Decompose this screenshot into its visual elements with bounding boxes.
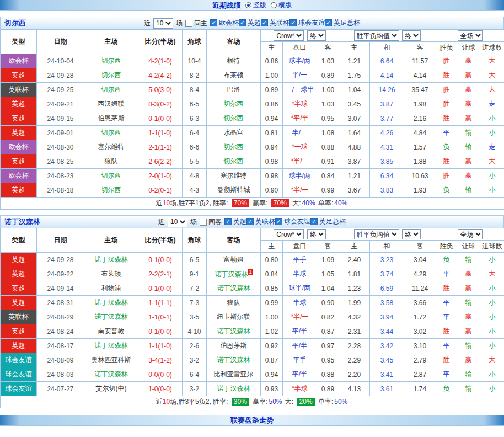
away-team: 诺丁汉森林 (207, 353, 261, 367)
score: 2-2(2-1) (138, 267, 183, 281)
home-team: 塞尔维特 (84, 140, 138, 154)
team-title: 诺丁汉森林 (4, 217, 40, 227)
europe-draw-odds: 3.44 (370, 324, 404, 339)
asia-home-odds: 0.86 (261, 54, 283, 68)
league-filter[interactable]: 英超 (224, 217, 246, 226)
column-header: 客场 (207, 228, 261, 253)
layout-option-horizontal[interactable]: 横版 (271, 1, 292, 10)
europe-home-odds: 3.87 (339, 154, 370, 169)
result-handicap: 赢 (457, 169, 480, 183)
handicap: *一球 (283, 140, 317, 154)
same-venue-filter[interactable]: 同客 (200, 217, 222, 227)
result-scope-select[interactable]: 全场 (458, 30, 483, 41)
corners: 6-3 (183, 111, 207, 126)
summary-part: 40% (302, 199, 315, 207)
europe-draw-odds: 3.41 (370, 367, 404, 382)
league-filter[interactable]: 英足总杯 (310, 217, 346, 226)
handicap: 半/一 (283, 126, 317, 140)
odds-dropdown-cell: Crow* 终 (261, 30, 339, 42)
score: 0-1(0-0) (138, 281, 183, 296)
asia-away-odds: 0.99 (317, 183, 339, 198)
odds-phase-select[interactable]: 终 (307, 30, 326, 41)
result-handicap: 输 (457, 183, 480, 198)
result-goals: 小 (480, 281, 504, 296)
league-filters: 英超英联杯球会友谊英足总杯 (224, 217, 346, 227)
league-filter[interactable]: 英联杯 (261, 18, 289, 28)
asia-home-odds: 0.89 (261, 83, 283, 97)
league-filter-label: 英超 (233, 217, 246, 226)
type-badge: 英超 (1, 126, 37, 140)
type-badge: 欧会杯 (1, 140, 37, 154)
home-team: 布莱顿 (84, 267, 138, 281)
section-header: 诺丁汉森林 近 10 场 同客 英超英联杯球会友谊英足总杯 (0, 215, 504, 228)
score: 3-4(1-2) (138, 353, 183, 367)
result-dropdown-cell: 全场 (436, 228, 504, 241)
checkbox-icon (246, 218, 254, 225)
match-date: 24-08-29 (37, 310, 84, 324)
asia-away-odds: 0.89 (317, 382, 339, 396)
league-filter[interactable]: 英联杯 (246, 217, 275, 226)
europe-company-select[interactable]: 胜平负均值 (354, 30, 399, 41)
games-label: 场 (176, 19, 183, 28)
odds-company-select[interactable]: Crow* (274, 229, 304, 239)
score: 2-1(1-1) (138, 140, 183, 154)
europe-draw-odds: 3.61 (370, 382, 404, 396)
europe-away-odds: 1.74 (404, 382, 436, 396)
match-date: 24-08-31 (37, 296, 84, 310)
match-row: 英超24-09-21西汉姆联0-3(0-2)6-5切尔西0.86*半球1.033… (1, 97, 504, 111)
league-filter[interactable]: 球会友谊 (275, 217, 310, 226)
league-filter[interactable]: 英足总杯 (325, 18, 360, 28)
recent-results-page: 近期战绩 竖版 横版 切尔西 近 10 场 同主 欧会杯英超英联杯球会友谊英足总… (0, 0, 504, 437)
handicap: 平/半 (283, 339, 317, 353)
sub-header: 让球 (457, 241, 480, 253)
result-dropdown-cell: 全场 (436, 30, 504, 42)
match-count-select[interactable]: 10 (153, 18, 173, 29)
games-label: 场 (190, 217, 197, 227)
handicap: *半/一 (283, 310, 317, 324)
summary-part: 10 (163, 199, 170, 207)
europe-phase-select[interactable]: 终 (402, 229, 421, 239)
odds-company-select[interactable]: Crow* (274, 30, 304, 41)
result-wdl: 胜 (436, 111, 457, 126)
type-badge: 英联杯 (1, 310, 37, 324)
results-body: 欧会杯24-10-04切尔西4-2(1-0)10-4根特0.86球半/两1.03… (1, 54, 504, 198)
handicap: 半球 (283, 296, 317, 310)
handicap: 平/半 (283, 324, 317, 339)
layout-option-vertical[interactable]: 竖版 (245, 1, 266, 10)
summary-part: 赢率: (251, 398, 268, 406)
type-badge: 英超 (1, 68, 37, 83)
asia-home-odds: 0.81 (261, 126, 283, 140)
handicap: 半/一 (283, 68, 317, 83)
next-module-header: 联赛盘路走势 (0, 415, 504, 426)
league-filter-label: 英足总杯 (319, 217, 346, 226)
match-count-select[interactable]: 10 (168, 217, 187, 227)
match-row: 欧会杯24-08-23切尔西2-0(1-0)4-8塞尔维特0.98球半/两0.8… (1, 169, 504, 183)
result-scope-select[interactable]: 全场 (458, 229, 483, 239)
home-team: 诺丁汉森林 (84, 296, 138, 310)
odds-phase-select[interactable]: 终 (307, 229, 326, 239)
match-row: 英超24-08-17诺丁汉森林1-1(1-0)2-6伯恩茅斯0.92平/半0.9… (1, 339, 504, 353)
europe-company-select[interactable]: 胜平负均值 (354, 229, 399, 239)
result-goals: 小 (480, 382, 504, 396)
league-filter[interactable]: 球会友谊 (289, 18, 325, 28)
same-venue-filter[interactable]: 同主 (185, 19, 207, 28)
away-team: 曼彻斯特城 (207, 183, 261, 198)
corners: 7-2 (183, 281, 207, 296)
europe-phase-select[interactable]: 终 (402, 30, 421, 41)
result-handicap: 赢 (457, 111, 480, 126)
summary-part: 50% (334, 398, 347, 406)
europe-home-odds: 1.81 (339, 267, 370, 281)
league-filter[interactable]: 欧会杯 (210, 18, 239, 28)
type-badge: 欧会杯 (1, 54, 37, 68)
europe-home-odds: 4.13 (339, 382, 370, 396)
asia-away-odds: 0.97 (317, 339, 339, 353)
europe-draw-odds: 3.74 (370, 267, 404, 281)
column-header: 类型 (1, 30, 37, 54)
handicap: 三/三球半 (283, 83, 317, 97)
away-team: 水晶宫 (207, 126, 261, 140)
league-filter[interactable]: 英超 (239, 18, 261, 28)
type-badge: 英超 (1, 97, 37, 111)
result-wdl: 平 (436, 310, 457, 324)
away-team: 切尔西 (207, 97, 261, 111)
europe-home-odds: 3.45 (339, 97, 370, 111)
